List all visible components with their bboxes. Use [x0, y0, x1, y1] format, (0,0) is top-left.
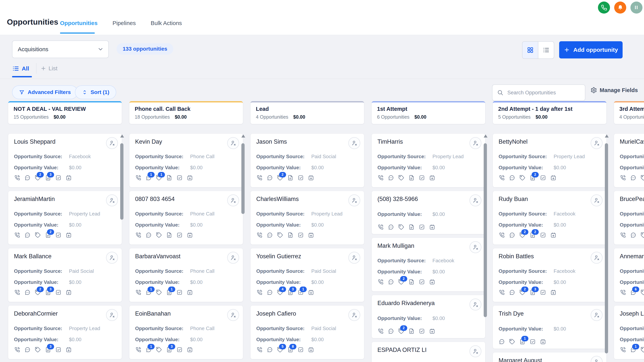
- assign-user-button[interactable]: [470, 137, 482, 149]
- tag-icon[interactable]: [640, 347, 644, 353]
- task-check-icon[interactable]: [419, 175, 425, 181]
- assign-user-button[interactable]: [227, 252, 239, 264]
- calendar-add-icon[interactable]: [66, 347, 72, 353]
- assign-user-button[interactable]: [348, 137, 360, 149]
- task-check-icon[interactable]: [176, 175, 183, 181]
- calendar-add-icon[interactable]: [308, 232, 314, 238]
- tag-icon[interactable]: [34, 347, 41, 353]
- tag-icon[interactable]: [398, 224, 404, 230]
- message-icon[interactable]: [388, 175, 394, 181]
- phone-call-icon[interactable]: [135, 232, 142, 238]
- message-icon[interactable]: [24, 289, 30, 296]
- message-icon[interactable]: 6: [630, 289, 636, 296]
- phone-call-icon[interactable]: [14, 289, 20, 296]
- assign-user-button[interactable]: [591, 309, 602, 321]
- message-icon[interactable]: [24, 347, 30, 353]
- tag-icon[interactable]: [156, 289, 162, 296]
- opportunity-card[interactable]: BarbaraVanvoastOpportunity Source:Phone …: [129, 248, 243, 302]
- opportunity-card[interactable]: Kevin DayOpportunity Source:Phone CallOp…: [129, 134, 243, 187]
- notifications-button[interactable]: [614, 1, 626, 13]
- phone-call-icon[interactable]: [498, 232, 505, 238]
- notes-icon[interactable]: [408, 224, 415, 230]
- phone-call-icon[interactable]: [498, 175, 505, 181]
- message-icon[interactable]: [509, 232, 515, 238]
- task-check-icon[interactable]: [298, 175, 304, 181]
- message-icon[interactable]: [388, 224, 394, 230]
- tag-icon[interactable]: 2: [398, 279, 404, 285]
- opportunity-card[interactable]: Eduardo RivadeneryaOpportunity Value:$0.…: [372, 295, 485, 338]
- message-icon[interactable]: [24, 232, 30, 238]
- task-check-icon[interactable]: [530, 339, 536, 345]
- message-icon[interactable]: [266, 347, 273, 353]
- notes-icon[interactable]: 3: [45, 347, 51, 353]
- phone-call-icon[interactable]: [620, 289, 626, 296]
- calendar-add-icon[interactable]: [308, 347, 314, 353]
- phone-call-icon[interactable]: [256, 232, 262, 238]
- phone-call-icon[interactable]: [378, 175, 384, 181]
- task-check-icon[interactable]: [298, 232, 304, 238]
- phone-call-icon[interactable]: [498, 289, 505, 296]
- message-icon[interactable]: [266, 175, 273, 181]
- opportunity-card[interactable]: Margaret August: [493, 353, 606, 362]
- task-check-icon[interactable]: [176, 289, 183, 296]
- calendar-add-icon[interactable]: [308, 289, 314, 296]
- phone-call-icon[interactable]: [135, 347, 142, 353]
- task-check-icon[interactable]: [419, 328, 425, 334]
- tag-icon[interactable]: [156, 232, 162, 238]
- advanced-filters-button[interactable]: Advanced Filters: [12, 85, 78, 99]
- tag-icon[interactable]: [277, 232, 283, 238]
- calendar-add-icon[interactable]: [187, 347, 193, 353]
- tag-icon[interactable]: 2: [519, 232, 526, 238]
- phone-call-icon[interactable]: [620, 175, 626, 181]
- calendar-add-icon[interactable]: [187, 175, 193, 181]
- task-check-icon[interactable]: [55, 347, 62, 353]
- tag-icon[interactable]: 2: [398, 328, 404, 334]
- scroll-up-arrow[interactable]: [120, 134, 124, 138]
- tag-icon[interactable]: 2: [34, 289, 41, 296]
- calendar-add-icon[interactable]: [66, 232, 72, 238]
- calendar-add-icon[interactable]: [429, 224, 435, 230]
- notes-icon[interactable]: [408, 279, 415, 285]
- dialer-button[interactable]: [598, 1, 610, 13]
- message-icon[interactable]: [24, 175, 30, 181]
- message-icon[interactable]: 1: [146, 347, 152, 353]
- assign-user-button[interactable]: [106, 194, 118, 206]
- avatar[interactable]: II: [630, 1, 642, 13]
- phone-call-icon[interactable]: [256, 347, 262, 353]
- notes-icon[interactable]: 2: [530, 175, 536, 181]
- opportunity-card[interactable]: (508) 328-5966Opportunity Value:$0.00: [372, 191, 485, 234]
- assign-user-button[interactable]: [470, 194, 482, 206]
- column-scrollbar-thumb[interactable]: [605, 143, 608, 354]
- task-check-icon[interactable]: [419, 224, 425, 230]
- phone-call-icon[interactable]: [14, 175, 20, 181]
- list-view-button[interactable]: [538, 42, 554, 58]
- message-icon[interactable]: [266, 289, 273, 296]
- opportunity-card[interactable]: MurielCavOpportunity Source:Opportunity …: [614, 134, 644, 187]
- opportunity-card[interactable]: EoinBanahanOpportunity Source:Phone Call…: [129, 306, 243, 359]
- message-icon[interactable]: 1: [146, 289, 152, 296]
- calendar-add-icon[interactable]: [550, 232, 556, 238]
- tag-icon[interactable]: 4: [277, 289, 283, 296]
- tag-icon[interactable]: [519, 175, 526, 181]
- notes-icon[interactable]: 1: [519, 339, 526, 345]
- opportunity-card[interactable]: Trish DyeOpportunity Value:$0.001: [493, 306, 606, 349]
- message-icon[interactable]: [388, 328, 394, 334]
- task-check-icon[interactable]: [298, 347, 304, 353]
- opportunity-card[interactable]: Joseph CafieroOpportunity Source:Paid So…: [250, 306, 364, 359]
- phone-call-icon[interactable]: [135, 175, 142, 181]
- notes-icon[interactable]: [166, 232, 172, 238]
- message-icon[interactable]: [146, 232, 152, 238]
- opportunity-card[interactable]: BettyNohelOpportunity Source:Property Le…: [493, 134, 606, 187]
- task-check-icon[interactable]: 1: [298, 289, 304, 296]
- tab-bulk-actions[interactable]: Bulk Actions: [150, 20, 182, 26]
- assign-user-button[interactable]: [106, 309, 118, 321]
- column-scrollbar-thumb[interactable]: [241, 143, 244, 214]
- assign-user-button[interactable]: [106, 252, 118, 264]
- opportunity-card[interactable]: Jason SimsOpportunity Source:Paid Social…: [250, 134, 364, 187]
- opportunity-card[interactable]: 0807 803 4654Opportunity Source:Phone Ca…: [129, 191, 243, 245]
- task-check-icon[interactable]: [55, 289, 62, 296]
- scroll-up-arrow[interactable]: [605, 134, 609, 138]
- notes-icon[interactable]: 3: [45, 175, 51, 181]
- calendar-add-icon[interactable]: [550, 175, 556, 181]
- tab-pipelines[interactable]: Pipelines: [112, 20, 136, 26]
